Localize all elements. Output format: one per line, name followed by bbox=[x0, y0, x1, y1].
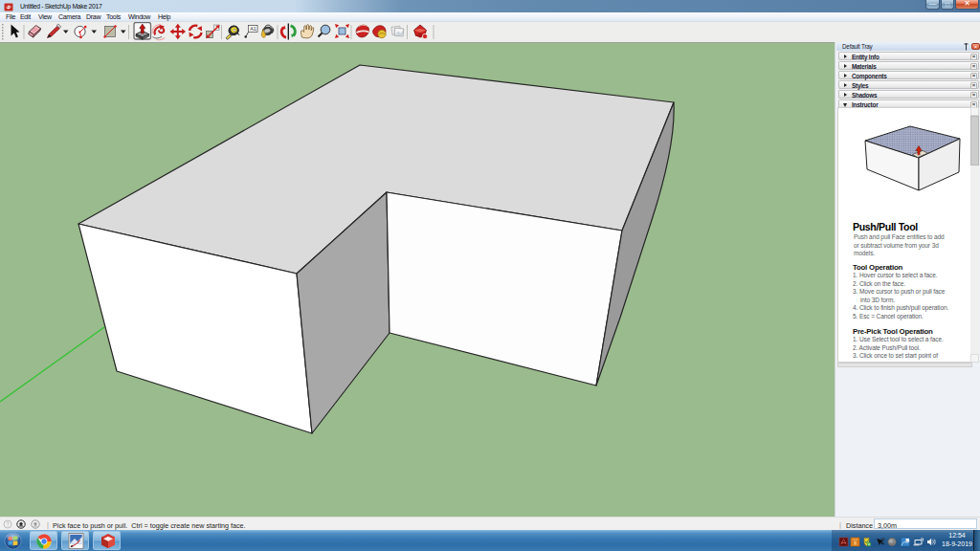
svg-text:A1: A1 bbox=[250, 26, 256, 32]
